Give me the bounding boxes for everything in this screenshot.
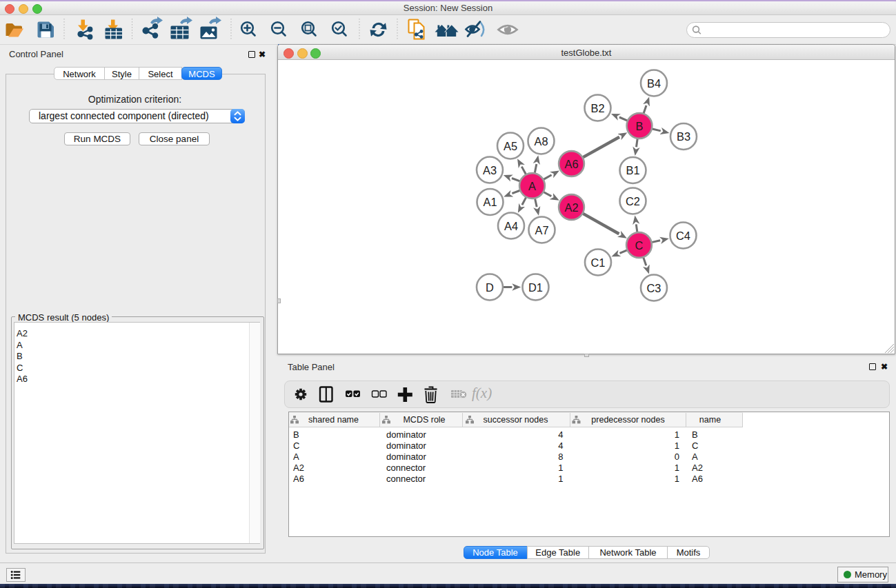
svg-text:A: A bbox=[528, 180, 536, 192]
svg-text:B3: B3 bbox=[677, 130, 690, 143]
svg-text:A3: A3 bbox=[483, 164, 497, 176]
svg-text:C4: C4 bbox=[676, 230, 690, 242]
svg-text:B: B bbox=[636, 120, 644, 132]
svg-text:A2: A2 bbox=[564, 201, 578, 214]
svg-text:D: D bbox=[486, 281, 494, 294]
svg-text:A1: A1 bbox=[483, 196, 497, 208]
svg-text:A5: A5 bbox=[504, 140, 517, 152]
svg-text:B2: B2 bbox=[590, 102, 604, 114]
svg-text:C: C bbox=[635, 239, 644, 252]
svg-text:C1: C1 bbox=[591, 256, 606, 269]
svg-text:B1: B1 bbox=[626, 164, 639, 176]
svg-text:B4: B4 bbox=[647, 77, 661, 90]
svg-text:A7: A7 bbox=[535, 224, 548, 236]
svg-text:C2: C2 bbox=[626, 195, 640, 207]
svg-text:A4: A4 bbox=[504, 220, 518, 232]
svg-text:D1: D1 bbox=[528, 281, 543, 294]
svg-text:A6: A6 bbox=[564, 158, 578, 170]
svg-text:C3: C3 bbox=[647, 282, 661, 294]
svg-text:A8: A8 bbox=[534, 135, 548, 148]
